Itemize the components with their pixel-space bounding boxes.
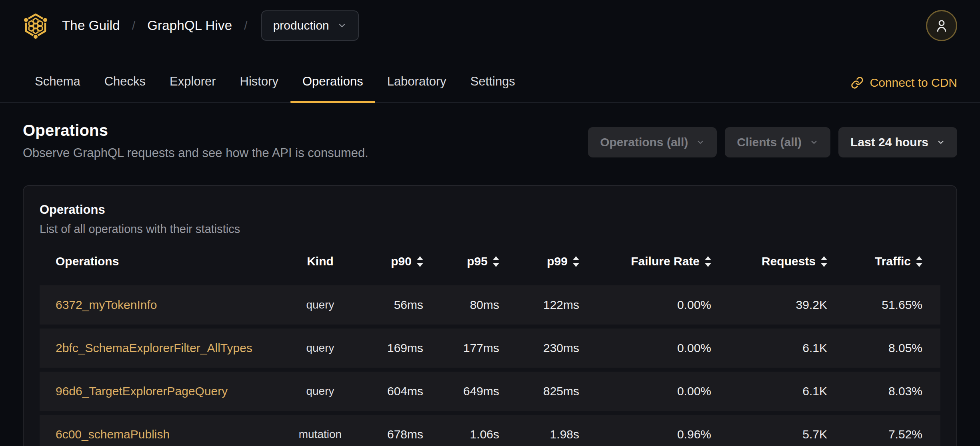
target-selector-label: production [273, 19, 329, 32]
sort-icon [417, 256, 423, 267]
tab-settings[interactable]: Settings [458, 74, 527, 102]
operation-link[interactable]: 6c00_schemaPublish [56, 428, 170, 441]
failure-rate-cell: 0.00% [579, 384, 711, 398]
operations-filter-dropdown[interactable]: Operations (all) [588, 127, 717, 157]
p95-cell: 177ms [423, 341, 499, 355]
breadcrumb-separator: / [132, 19, 135, 32]
breadcrumb-separator: / [244, 19, 247, 32]
sort-icon [821, 256, 827, 267]
failure-rate-cell: 0.00% [579, 298, 711, 312]
traffic-cell: 51.65% [827, 298, 922, 312]
tab-history[interactable]: History [228, 74, 290, 102]
connect-to-cdn-label: Connect to CDN [870, 76, 957, 90]
tab-laboratory[interactable]: Laboratory [375, 74, 458, 102]
breadcrumb-trail: The Guild / GraphQL Hive / production [62, 10, 359, 41]
p99-cell: 122ms [499, 298, 579, 312]
requests-cell: 6.1K [711, 384, 827, 398]
chevron-down-icon [810, 138, 818, 147]
top-bar: The Guild / GraphQL Hive / production [0, 0, 980, 51]
chevron-down-icon [696, 138, 705, 147]
time-range-label: Last 24 hours [850, 135, 928, 149]
p90-cell: 169ms [377, 341, 423, 355]
p90-cell: 678ms [377, 428, 423, 441]
requests-cell: 5.7K [711, 428, 827, 441]
column-header-operations: Operations [56, 255, 263, 268]
operations-card: Operations List of all operations with t… [23, 185, 957, 446]
p99-cell: 1.98s [499, 428, 579, 441]
column-header-p99[interactable]: p99 [499, 255, 579, 268]
kind-cell: query [263, 299, 377, 311]
page-subtitle: Observe GraphQL requests and see how the… [23, 146, 368, 160]
page-head: Operations Observe GraphQL requests and … [0, 103, 980, 160]
operation-link[interactable]: 6372_myTokenInfo [56, 298, 157, 311]
operation-link[interactable]: 2bfc_SchemaExplorerFilter_AllTypes [56, 341, 252, 354]
card-title: Operations [40, 203, 940, 217]
clients-filter-dropdown[interactable]: Clients (all) [725, 127, 830, 157]
tab-operations[interactable]: Operations [290, 74, 375, 102]
column-header-p90[interactable]: p90 [377, 255, 423, 268]
user-icon [934, 17, 950, 34]
connect-to-cdn-link[interactable]: Connect to CDN [851, 76, 957, 102]
column-header-failure-rate[interactable]: Failure Rate [579, 255, 711, 268]
table-row: 96d6_TargetExplorerPageQuery query 604ms… [40, 372, 940, 411]
column-header-p95[interactable]: p95 [423, 255, 499, 268]
page-title-block: Operations Observe GraphQL requests and … [23, 121, 368, 160]
target-selector[interactable]: production [261, 10, 359, 41]
hive-logo-icon[interactable] [23, 12, 48, 39]
kind-cell: query [263, 342, 377, 354]
column-header-traffic[interactable]: Traffic [827, 255, 922, 268]
filter-bar: Operations (all) Clients (all) Last 24 h… [588, 127, 957, 157]
operations-table: Operations Kind p90 p95 p99 Failure Rate… [40, 249, 940, 446]
breadcrumb: The Guild / GraphQL Hive / production [23, 10, 359, 41]
p99-cell: 230ms [499, 341, 579, 355]
tab-bar: Schema Checks Explorer History Operation… [0, 51, 980, 103]
tab-explorer[interactable]: Explorer [158, 74, 228, 102]
table-header-row: Operations Kind p90 p95 p99 Failure Rate… [40, 249, 940, 274]
time-range-dropdown[interactable]: Last 24 hours [838, 127, 957, 157]
operations-filter-label: Operations (all) [600, 135, 688, 149]
kind-cell: mutation [263, 428, 377, 441]
p99-cell: 825ms [499, 384, 579, 398]
app-header: The Guild / GraphQL Hive / production [0, 0, 980, 103]
traffic-cell: 8.05% [827, 341, 922, 355]
sort-icon [493, 256, 499, 267]
operations-page: Operations Observe GraphQL requests and … [0, 103, 980, 446]
table-body: 6372_myTokenInfo query 56ms 80ms 122ms 0… [40, 285, 940, 446]
requests-cell: 6.1K [711, 341, 827, 355]
link-icon [851, 76, 864, 89]
p95-cell: 1.06s [423, 428, 499, 441]
failure-rate-cell: 0.00% [579, 341, 711, 355]
requests-cell: 39.2K [711, 298, 827, 312]
breadcrumb-org[interactable]: The Guild [62, 18, 120, 33]
p95-cell: 649ms [423, 384, 499, 398]
chevron-down-icon [337, 21, 347, 30]
clients-filter-label: Clients (all) [737, 135, 802, 149]
p95-cell: 80ms [423, 298, 499, 312]
table-row: 6c00_schemaPublish mutation 678ms 1.06s … [40, 415, 940, 446]
breadcrumb-project[interactable]: GraphQL Hive [147, 18, 232, 33]
table-row: 6372_myTokenInfo query 56ms 80ms 122ms 0… [40, 285, 940, 325]
sort-icon [916, 256, 922, 267]
failure-rate-cell: 0.96% [579, 428, 711, 441]
user-avatar-button[interactable] [926, 10, 957, 41]
column-header-kind: Kind [263, 255, 377, 268]
p90-cell: 604ms [377, 384, 423, 398]
tab-checks[interactable]: Checks [92, 74, 158, 102]
table-row: 2bfc_SchemaExplorerFilter_AllTypes query… [40, 329, 940, 368]
traffic-cell: 8.03% [827, 384, 922, 398]
operation-link[interactable]: 96d6_TargetExplorerPageQuery [56, 384, 228, 398]
nav-tabs: Schema Checks Explorer History Operation… [23, 74, 527, 102]
sort-icon [573, 256, 579, 267]
column-header-requests[interactable]: Requests [711, 255, 827, 268]
page-title: Operations [23, 121, 368, 139]
card-subtitle: List of all operations with their statis… [40, 223, 940, 236]
p90-cell: 56ms [377, 298, 423, 312]
chevron-down-icon [936, 138, 945, 147]
kind-cell: query [263, 385, 377, 398]
sort-icon [705, 256, 711, 267]
traffic-cell: 7.52% [827, 428, 922, 441]
tab-schema[interactable]: Schema [23, 74, 92, 102]
